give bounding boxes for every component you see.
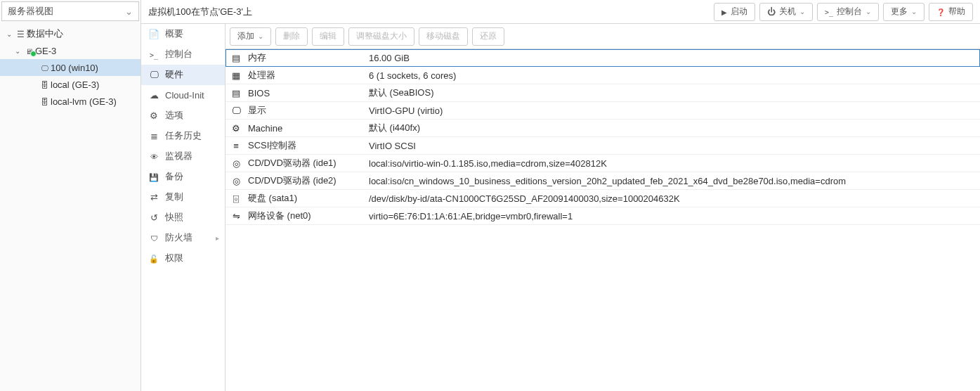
tree-label: local (GE-3)	[51, 79, 99, 90]
hardware-row[interactable]: 网络设备 (net0)virtio=6E:76:D1:1A:61:AE,brid…	[226, 207, 980, 225]
collapse-icon[interactable]: ⌄	[13, 47, 22, 55]
hw-val: /dev/disk/by-id/ata-CN1000CT6G25SD_AF200…	[366, 193, 980, 204]
hw-key: 内存	[247, 51, 366, 64]
subnav-label: 概要	[165, 27, 183, 40]
eye-icon	[148, 151, 159, 162]
shutdown-button[interactable]: 关机 ⌄	[759, 3, 813, 21]
collapse-icon[interactable]: ⌄	[4, 30, 14, 38]
subnav-options[interactable]: 选项	[141, 105, 225, 126]
hardware-row[interactable]: 处理器6 (1 sockets, 6 cores)	[226, 67, 980, 84]
list-icon	[148, 131, 159, 141]
chevron-down-icon: ⌄	[911, 8, 917, 15]
tree-storage-local-lvm[interactable]: local-lvm (GE-3)	[0, 93, 141, 110]
topbar: 虚拟机100在节点'GE-3'上 启动 关机 ⌄ 控制台 ⌄ 更多 ⌄ 帮	[141, 0, 980, 24]
hw-key: CD/DVD驱动器 (ide2)	[247, 174, 366, 187]
unlock-icon	[148, 253, 159, 264]
chevron-down-icon: ⌄	[125, 6, 133, 17]
hdd-icon	[226, 193, 247, 204]
hw-key: 网络设备 (net0)	[247, 210, 366, 222]
hardware-toolbar: 添加⌄ 删除 编辑 调整磁盘大小 移动磁盘 还原	[226, 24, 980, 49]
server-icon	[14, 29, 27, 39]
power-icon	[767, 7, 776, 17]
btn-label: 关机	[779, 6, 796, 18]
hardware-row[interactable]: BIOS默认 (SeaBIOS)	[226, 84, 980, 102]
disc-icon	[226, 158, 247, 169]
hardware-row[interactable]: Machine默认 (i440fx)	[226, 120, 980, 137]
subnav-cloudinit[interactable]: Cloud-Init	[141, 85, 225, 105]
hw-val: local:iso/virtio-win-0.1.185.iso,media=c…	[366, 158, 980, 169]
subnav-permissions[interactable]: 权限	[141, 248, 225, 269]
hardware-row[interactable]: 显示VirtIO-GPU (virtio)	[226, 102, 980, 120]
subnav-tasks[interactable]: 任务历史	[141, 126, 225, 146]
help-button[interactable]: 帮助	[929, 3, 973, 21]
scsi-icon	[226, 141, 247, 151]
hw-key: 硬盘 (sata1)	[247, 192, 366, 205]
remove-button[interactable]: 删除	[275, 27, 308, 46]
resource-tree: ⌄ 数据中心 ⌄ GE-3 100 (win10) local (GE-3) l…	[0, 23, 141, 113]
subnav-summary[interactable]: 概要	[141, 24, 225, 44]
shield-icon	[148, 233, 159, 243]
hardware-icon	[148, 70, 159, 80]
subnav-label: 复制	[165, 191, 183, 203]
chevron-down-icon: ⌄	[258, 32, 263, 40]
machine-icon	[226, 123, 247, 134]
gear-icon	[148, 110, 159, 121]
subnav-firewall[interactable]: 防火墙▸	[141, 228, 225, 248]
subnav-monitor[interactable]: 监视器	[141, 146, 225, 167]
hw-val: 默认 (SeaBIOS)	[366, 86, 980, 99]
console-button[interactable]: 控制台 ⌄	[817, 3, 879, 21]
net-icon	[226, 211, 247, 222]
revert-button[interactable]: 还原	[472, 27, 504, 46]
tree-label: 数据中心	[27, 27, 63, 40]
subnav-console[interactable]: 控制台	[141, 44, 225, 65]
hw-key: SCSI控制器	[247, 139, 366, 152]
btn-label: 帮助	[948, 6, 965, 18]
hardware-row[interactable]: CD/DVD驱动器 (ide1)local:iso/virtio-win-0.1…	[226, 155, 980, 172]
edit-button[interactable]: 编辑	[312, 27, 344, 46]
hardware-row[interactable]: SCSI控制器VirtIO SCSI	[226, 137, 980, 155]
hw-key: 处理器	[247, 69, 366, 82]
move-button[interactable]: 移动磁盘	[419, 27, 468, 46]
subnav-label: 权限	[165, 252, 183, 264]
btn-label: 添加	[237, 30, 254, 42]
view-selector[interactable]: 服务器视图 ⌄	[1, 1, 139, 21]
subnav-label: 选项	[165, 109, 183, 122]
subnav-replication[interactable]: 复制	[141, 187, 225, 207]
subnav-label: 监视器	[165, 150, 192, 162]
subnav-label: 防火墙	[165, 231, 192, 244]
hardware-row[interactable]: 硬盘 (sata1)/dev/disk/by-id/ata-CN1000CT6G…	[226, 190, 980, 207]
btn-label: 编辑	[320, 30, 337, 42]
more-button[interactable]: 更多 ⌄	[883, 3, 925, 21]
tree-label: GE-3	[35, 46, 56, 56]
subnav-label: 任务历史	[165, 129, 202, 142]
subnav-snapshot[interactable]: 快照	[141, 207, 225, 228]
main: 虚拟机100在节点'GE-3'上 启动 关机 ⌄ 控制台 ⌄ 更多 ⌄ 帮	[141, 0, 980, 391]
display-icon	[226, 105, 247, 116]
hardware-row[interactable]: 内存16.00 GiB	[226, 49, 980, 67]
tree-storage-local[interactable]: local (GE-3)	[0, 76, 141, 93]
btn-label: 调整磁盘大小	[356, 30, 407, 42]
summary-icon	[148, 29, 159, 39]
console-icon	[148, 49, 159, 60]
snapshot-icon	[148, 212, 159, 223]
help-icon	[936, 7, 945, 17]
subnav-backup[interactable]: 备份	[141, 167, 225, 187]
tree-datacenter[interactable]: ⌄ 数据中心	[0, 25, 141, 42]
add-button[interactable]: 添加⌄	[230, 27, 271, 46]
btn-label: 移动磁盘	[426, 30, 460, 42]
hw-val: VirtIO SCSI	[366, 141, 980, 151]
hw-key: Machine	[247, 123, 366, 134]
tree-label: 100 (win10)	[51, 63, 98, 73]
resize-button[interactable]: 调整磁盘大小	[348, 27, 414, 46]
tree-vm-100[interactable]: 100 (win10)	[0, 59, 141, 76]
chevron-right-icon: ▸	[216, 234, 219, 242]
subnav-hardware[interactable]: 硬件	[141, 65, 225, 85]
hw-key: BIOS	[247, 88, 366, 98]
tree-node[interactable]: ⌄ GE-3	[0, 42, 141, 59]
hardware-panel: 添加⌄ 删除 编辑 调整磁盘大小 移动磁盘 还原 内存16.00 GiB处理器6…	[226, 24, 980, 391]
subnav-label: Cloud-Init	[165, 90, 204, 101]
hardware-row[interactable]: CD/DVD驱动器 (ide2)local:iso/cn_windows_10_…	[226, 172, 980, 190]
disc-icon	[226, 176, 247, 186]
hw-val: virtio=6E:76:D1:1A:61:AE,bridge=vmbr0,fi…	[366, 211, 980, 222]
start-button[interactable]: 启动	[714, 3, 755, 21]
